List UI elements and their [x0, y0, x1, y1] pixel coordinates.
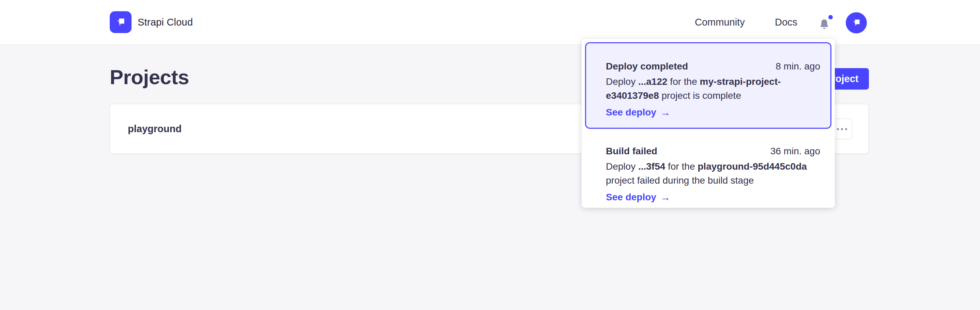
- nav-community[interactable]: Community: [695, 0, 745, 45]
- notification-time: 8 min. ago: [776, 60, 820, 73]
- user-avatar[interactable]: [846, 12, 867, 33]
- notification-title-row: Deploy completed 8 min. ago: [606, 60, 820, 73]
- notification-body: Deploy ...3f54 for the playground-95d445…: [606, 159, 820, 188]
- brand-title: Strapi Cloud: [138, 0, 193, 45]
- notification-title: Build failed: [606, 145, 657, 157]
- notification-link-row: See deploy →: [606, 190, 820, 204]
- avatar-strapi-icon: [850, 17, 862, 29]
- notification-link-row: See deploy →: [606, 105, 820, 119]
- see-deploy-link[interactable]: See deploy: [606, 105, 656, 119]
- header: Strapi Cloud Community Docs: [0, 0, 980, 45]
- ellipsis-icon: [837, 128, 839, 130]
- notification-body: Deploy ...a122 for the my-strapi-project…: [606, 75, 820, 103]
- strapi-cloud-dashboard: Strapi Cloud Community Docs Projects Cre…: [0, 0, 980, 310]
- notification-time: 36 min. ago: [770, 145, 820, 157]
- notifications-bell-button[interactable]: [818, 18, 834, 33]
- unread-dot: [828, 15, 833, 19]
- notification-build-failed[interactable]: Build failed 36 min. ago Deploy ...3f54 …: [585, 129, 831, 204]
- notification-title-row: Build failed 36 min. ago: [606, 145, 820, 157]
- see-deploy-link[interactable]: See deploy: [606, 190, 656, 204]
- nav-docs[interactable]: Docs: [775, 0, 797, 45]
- arrow-right-icon: →: [660, 190, 671, 204]
- notifications-dropdown: Deploy completed 8 min. ago Deploy ...a1…: [582, 39, 835, 208]
- strapi-logo[interactable]: [110, 11, 132, 33]
- strapi-logo-icon: [114, 15, 127, 29]
- notification-title: Deploy completed: [606, 60, 688, 73]
- arrow-right-icon: →: [660, 105, 671, 119]
- bell-icon: [818, 18, 831, 31]
- notification-deploy-completed[interactable]: Deploy completed 8 min. ago Deploy ...a1…: [585, 42, 831, 129]
- page-title: Projects: [110, 65, 189, 89]
- project-name: playground: [128, 104, 181, 153]
